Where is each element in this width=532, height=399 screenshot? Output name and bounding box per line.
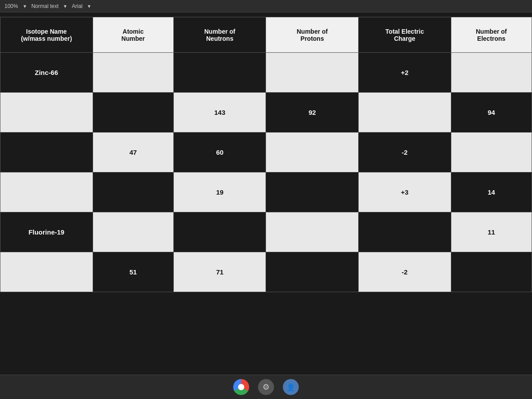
cell-r1-c4[interactable] bbox=[359, 93, 451, 133]
cell-r1-c3[interactable]: 92 bbox=[266, 93, 359, 133]
cell-r4-c4[interactable] bbox=[359, 212, 451, 252]
header-atomic-number[interactable]: AtomicNumber bbox=[93, 17, 173, 53]
toolbar-divider3: ▾ bbox=[88, 3, 90, 9]
cell-r1-c0[interactable] bbox=[0, 93, 93, 133]
cell-r4-c1[interactable] bbox=[93, 212, 173, 252]
isotope-table: Isotope Name(w/mass number) AtomicNumber… bbox=[0, 17, 532, 292]
cell-r0-c4[interactable]: +2 bbox=[359, 53, 451, 93]
cell-r1-c1[interactable] bbox=[93, 93, 173, 133]
toolbar: 100% ▾ Normal text ▾ Arial ▾ bbox=[0, 0, 532, 12]
header-row: Isotope Name(w/mass number) AtomicNumber… bbox=[0, 17, 532, 53]
zoom-level[interactable]: 100% bbox=[4, 3, 18, 9]
cell-r4-c3[interactable] bbox=[266, 212, 359, 252]
table-row: 1439294 bbox=[0, 93, 532, 133]
toolbar-divider: ▾ bbox=[23, 3, 26, 9]
cell-r2-c3[interactable] bbox=[266, 133, 359, 172]
cell-r0-c0[interactable]: Zinc-66 bbox=[0, 53, 93, 93]
settings-icon[interactable]: ⚙ bbox=[258, 379, 274, 395]
cell-r1-c2[interactable]: 143 bbox=[173, 93, 266, 133]
toolbar-divider2: ▾ bbox=[64, 3, 66, 9]
header-electrons[interactable]: Number ofElectrons bbox=[451, 17, 532, 53]
cell-r0-c3[interactable] bbox=[266, 53, 359, 93]
cell-r5-c1[interactable]: 51 bbox=[93, 252, 173, 292]
cell-r4-c2[interactable] bbox=[173, 212, 266, 252]
chrome-icon[interactable] bbox=[233, 379, 249, 395]
cell-r2-c2[interactable]: 60 bbox=[173, 133, 266, 172]
table-row: 19+314 bbox=[0, 172, 532, 212]
cell-r3-c2[interactable]: 19 bbox=[173, 172, 266, 212]
cell-r0-c2[interactable] bbox=[173, 53, 266, 93]
table-row: 4760-2 bbox=[0, 133, 532, 172]
spreadsheet-area: Isotope Name(w/mass number) AtomicNumber… bbox=[0, 12, 532, 375]
cell-r3-c1[interactable] bbox=[93, 172, 173, 212]
header-protons[interactable]: Number ofProtons bbox=[266, 17, 359, 53]
cell-r5-c2[interactable]: 71 bbox=[173, 252, 266, 292]
cell-r0-c1[interactable] bbox=[93, 53, 173, 93]
table-row: Zinc-66+2 bbox=[0, 53, 532, 93]
cell-r3-c5[interactable]: 14 bbox=[451, 172, 532, 212]
cell-r5-c5[interactable] bbox=[451, 252, 532, 292]
cell-r4-c5[interactable]: 11 bbox=[451, 212, 532, 252]
header-isotope-name[interactable]: Isotope Name(w/mass number) bbox=[0, 17, 93, 53]
header-electric-charge[interactable]: Total ElectricCharge bbox=[359, 17, 451, 53]
cell-r5-c4[interactable]: -2 bbox=[359, 252, 451, 292]
cell-r5-c3[interactable] bbox=[266, 252, 359, 292]
header-neutrons[interactable]: Number ofNeutrons bbox=[173, 17, 266, 53]
cell-r2-c5[interactable] bbox=[451, 133, 532, 172]
cell-r5-c0[interactable] bbox=[0, 252, 93, 292]
cell-r1-c5[interactable]: 94 bbox=[451, 93, 532, 133]
cell-r2-c0[interactable] bbox=[0, 133, 93, 172]
text-style[interactable]: Normal text bbox=[31, 3, 59, 9]
cell-r4-c0[interactable]: Fluorine-19 bbox=[0, 212, 93, 252]
cell-r0-c5[interactable] bbox=[451, 53, 532, 93]
taskbar: ⚙ 👤 bbox=[0, 375, 532, 399]
table-container: Isotope Name(w/mass number) AtomicNumber… bbox=[0, 17, 532, 375]
table-row: 5171-2 bbox=[0, 252, 532, 292]
cell-r3-c0[interactable] bbox=[0, 172, 93, 212]
cell-r3-c3[interactable] bbox=[266, 172, 359, 212]
cell-r3-c4[interactable]: +3 bbox=[359, 172, 451, 212]
user-icon[interactable]: 👤 bbox=[283, 379, 299, 395]
cell-r2-c1[interactable]: 47 bbox=[93, 133, 173, 172]
table-row: Fluorine-1911 bbox=[0, 212, 532, 252]
cell-r2-c4[interactable]: -2 bbox=[359, 133, 451, 172]
font-name[interactable]: Arial bbox=[72, 3, 82, 9]
